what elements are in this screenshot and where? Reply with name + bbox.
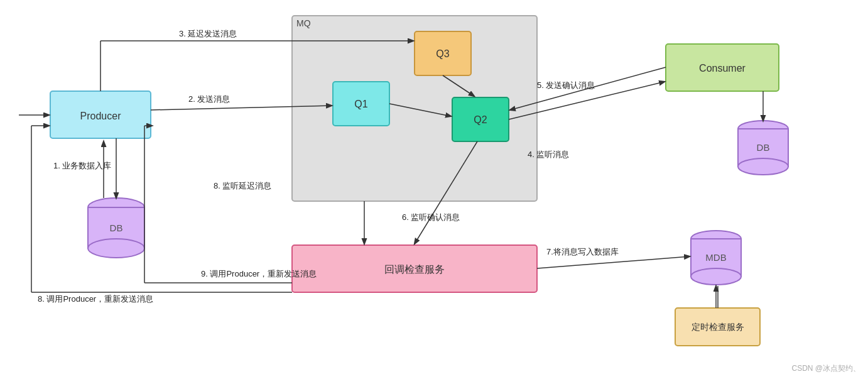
svg-text:9. 调用Producer，重新发送消息: 9. 调用Producer，重新发送消息 <box>201 269 317 278</box>
svg-point-22 <box>738 158 788 175</box>
svg-text:8. 调用Producer，重新发送消息: 8. 调用Producer，重新发送消息 <box>38 294 153 304</box>
svg-text:1. 业务数据入库: 1. 业务数据入库 <box>53 161 111 170</box>
architecture-diagram: MQ Producer Q1 Q3 Q2 Consumer DB DB 回调检查 <box>0 0 868 379</box>
svg-text:2. 发送消息: 2. 发送消息 <box>188 94 230 104</box>
svg-text:DB: DB <box>110 222 123 233</box>
svg-text:Q2: Q2 <box>474 114 487 125</box>
svg-text:定时检查服务: 定时检查服务 <box>692 322 744 332</box>
svg-text:3. 延迟发送消息: 3. 延迟发送消息 <box>179 29 237 38</box>
svg-text:5. 发送确认消息: 5. 发送确认消息 <box>537 80 595 90</box>
svg-text:MQ: MQ <box>296 18 311 28</box>
svg-text:Q1: Q1 <box>354 99 367 109</box>
svg-point-30 <box>691 268 741 285</box>
svg-text:Producer: Producer <box>80 111 122 121</box>
svg-text:Consumer: Consumer <box>699 63 746 74</box>
svg-text:7.将消息写入数据库: 7.将消息写入数据库 <box>546 247 619 256</box>
svg-text:8. 监听延迟消息: 8. 监听延迟消息 <box>214 181 271 190</box>
svg-text:DB: DB <box>757 142 770 153</box>
svg-text:回调检查服务: 回调检查服务 <box>384 264 445 275</box>
watermark: CSDN @冰点契约、 <box>791 363 860 374</box>
svg-line-47 <box>537 256 690 268</box>
svg-point-16 <box>88 239 144 258</box>
svg-text:Q3: Q3 <box>436 48 449 59</box>
svg-text:4. 监听消息: 4. 监听消息 <box>528 150 569 159</box>
diagram: MQ Producer Q1 Q3 Q2 Consumer DB DB 回调检查 <box>0 0 868 379</box>
svg-text:MDB: MDB <box>705 252 726 263</box>
svg-text:6. 监听确认消息: 6. 监听确认消息 <box>402 212 460 222</box>
